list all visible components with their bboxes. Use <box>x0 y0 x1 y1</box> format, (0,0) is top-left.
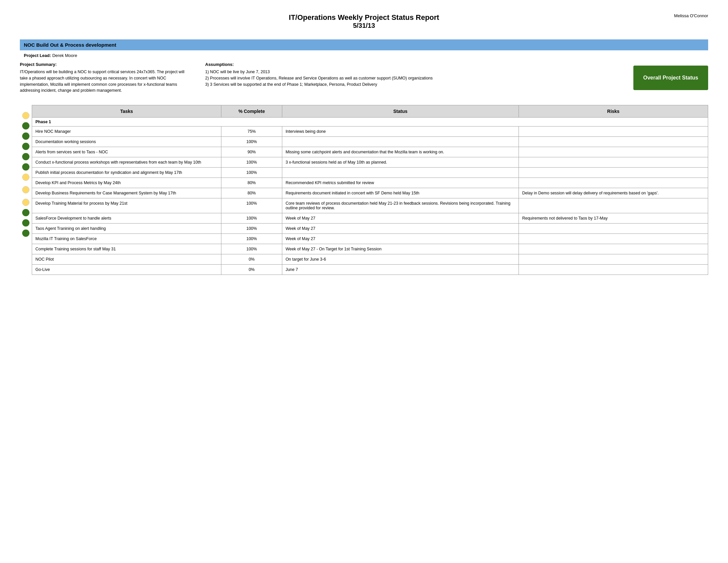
author-name: Melissa O'Connor <box>674 13 708 18</box>
task-cell: Develop Business Requirements for Case M… <box>32 188 221 198</box>
risks-cell <box>519 264 708 275</box>
table-row: Publish initial process documentation fo… <box>32 167 708 178</box>
task-cell: NOC Pilot <box>32 254 221 264</box>
row-indicator-cell <box>20 162 32 172</box>
status-cell <box>282 167 519 178</box>
task-cell: SalesForce Development to handle alerts <box>32 213 221 223</box>
status-cell: Week of May 27 <box>282 213 519 223</box>
summary-right-text: 1) NOC will be live by June 7, 20132) Pr… <box>205 69 620 87</box>
status-cell: Requirements document initiated in conce… <box>282 188 519 198</box>
task-cell: Conduct x-functional process workshops w… <box>32 157 221 167</box>
risks-cell <box>519 198 708 213</box>
green-dot-icon <box>22 163 29 170</box>
status-cell: 3 x-functional sessions held as of May 1… <box>282 157 519 167</box>
summary-left-title: Project Summary: <box>20 62 192 67</box>
green-dot-icon <box>22 209 29 216</box>
overall-status-box: Overall Project Status <box>633 66 708 90</box>
risks-cell <box>519 244 708 254</box>
task-cell: Documentation working sessions <box>32 137 221 147</box>
report-title-line1: IT/Operations Weekly Project Status Repo… <box>20 13 708 22</box>
table-row: Develop Business Requirements for Case M… <box>32 188 708 198</box>
table-header-row: Tasks % Complete Status Risks <box>32 105 708 117</box>
table-row: Documentation working sessions 100% <box>32 137 708 147</box>
row-indicator-cell <box>20 218 32 228</box>
status-cell: June 7 <box>282 264 519 275</box>
complete-cell: 100% <box>221 223 282 234</box>
table-row: Go-Live 0% June 7 <box>32 264 708 275</box>
risks-cell: Requirements not delivered to Taos by 17… <box>519 213 708 223</box>
phase-label: Phase 1 <box>32 117 708 126</box>
row-indicator-cell <box>20 141 32 152</box>
status-cell: Week of May 27 <box>282 234 519 244</box>
row-indicator-cell <box>20 197 32 208</box>
complete-cell: 100% <box>221 167 282 178</box>
status-cell: Core team reviews of process documentati… <box>282 198 519 213</box>
row-indicator-cell <box>20 121 32 131</box>
project-title-bar: NOC Build Out & Process development <box>20 39 708 50</box>
yellow-dot-icon <box>22 173 29 181</box>
risks-cell <box>519 223 708 234</box>
status-cell: Interviews being done <box>282 126 519 137</box>
yellow-dot-icon <box>22 199 29 206</box>
green-dot-icon <box>22 153 29 160</box>
task-cell: Develop KPI and Process Metrics by May 2… <box>32 178 221 188</box>
task-cell: Taos Agent Tranining on alert handling <box>32 223 221 234</box>
status-cell: Week of May 27 - On Target for 1st Train… <box>282 244 519 254</box>
project-lead-bar: Project Lead: Derek Moore <box>20 52 708 62</box>
summary-left: Project Summary: IT/Operations will be b… <box>20 62 192 94</box>
status-cell: On target for June 3-6 <box>282 254 519 264</box>
complete-cell: 0% <box>221 254 282 264</box>
table-row: Conduct x-functional process workshops w… <box>32 157 708 167</box>
complete-cell: 90% <box>221 147 282 157</box>
risks-cell <box>519 126 708 137</box>
table-main-wrap: Tasks % Complete Status Risks Phase 1 Hi… <box>32 102 708 275</box>
summary-section: Project Summary: IT/Operations will be b… <box>20 62 708 94</box>
row-indicator-cell <box>20 208 32 218</box>
risks-cell <box>519 137 708 147</box>
complete-cell: 100% <box>221 234 282 244</box>
project-lead-name: Derek Moore <box>52 53 77 58</box>
risks-cell <box>519 167 708 178</box>
complete-cell: 100% <box>221 157 282 167</box>
summary-right-title: Assumptions: <box>205 62 620 67</box>
phase-header-row: Phase 1 <box>32 117 708 126</box>
table-row: NOC Pilot 0% On target for June 3-6 <box>32 254 708 264</box>
task-cell: Mozilla IT Training on SalesForce <box>32 234 221 244</box>
indicator-column <box>20 102 32 275</box>
col-header-tasks: Tasks <box>32 105 221 117</box>
task-cell: Publish initial process documentation fo… <box>32 167 221 178</box>
project-lead-label: Project Lead: <box>24 53 51 58</box>
risks-cell <box>519 147 708 157</box>
page-header: Melissa O'Connor IT/Operations Weekly Pr… <box>20 13 708 29</box>
no-dot-icon <box>22 250 29 257</box>
row-indicator-cell <box>20 172 32 182</box>
green-dot-icon <box>22 122 29 129</box>
risks-cell <box>519 234 708 244</box>
row-indicator-cell <box>20 152 32 162</box>
table-row: Hire NOC Manager 75% Interviews being do… <box>32 126 708 137</box>
status-cell: Recommended KPI metrics submitted for re… <box>282 178 519 188</box>
task-cell: Develop Training Material for process by… <box>32 198 221 213</box>
row-indicator-cell <box>20 111 32 121</box>
task-cell: Complete Training sessions for staff May… <box>32 244 221 254</box>
yellow-dot-icon <box>22 186 29 193</box>
complete-cell: 100% <box>221 244 282 254</box>
yellow-dot-icon <box>22 112 29 119</box>
summary-right: Assumptions: 1) NOC will be live by June… <box>205 62 620 87</box>
no-dot-icon <box>22 240 29 247</box>
complete-cell: 100% <box>221 137 282 147</box>
status-cell <box>282 137 519 147</box>
complete-cell: 100% <box>221 198 282 213</box>
task-cell: Go-Live <box>32 264 221 275</box>
col-header-status: Status <box>282 105 519 117</box>
row-indicator-cell <box>20 182 32 197</box>
table-row: Develop KPI and Process Metrics by May 2… <box>32 178 708 188</box>
row-indicator-cell <box>20 249 32 259</box>
green-dot-icon <box>22 219 29 226</box>
complete-cell: 100% <box>221 213 282 223</box>
green-dot-icon <box>22 229 29 237</box>
table-row: SalesForce Development to handle alerts … <box>32 213 708 223</box>
table-row: Taos Agent Tranining on alert handling 1… <box>32 223 708 234</box>
phase-indicator-spacer <box>20 102 32 111</box>
risks-cell: Delay in Demo session will delay deliver… <box>519 188 708 198</box>
